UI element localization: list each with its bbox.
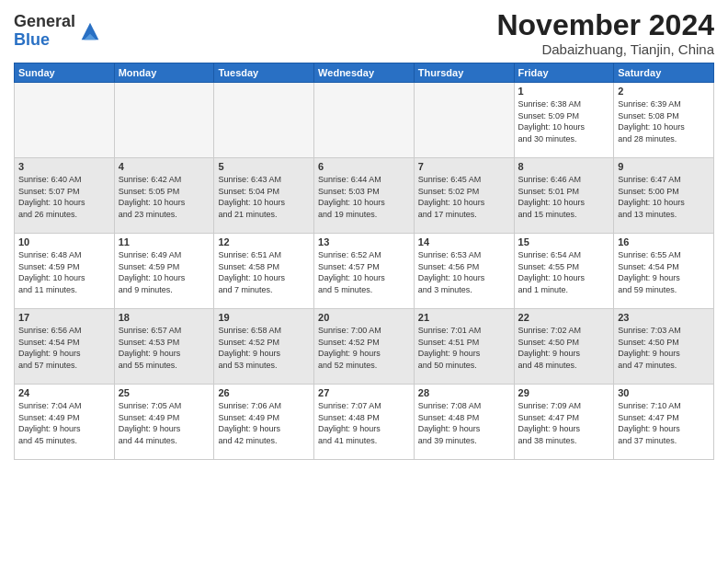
table-row: 14Sunrise: 6:53 AM Sunset: 4:56 PM Dayli…	[414, 234, 514, 309]
day-info: Sunrise: 7:03 AM Sunset: 4:50 PM Dayligh…	[618, 325, 710, 371]
col-friday: Friday	[514, 63, 614, 83]
table-row: 25Sunrise: 7:05 AM Sunset: 4:49 PM Dayli…	[114, 385, 214, 460]
day-info: Sunrise: 7:08 AM Sunset: 4:48 PM Dayligh…	[418, 400, 510, 446]
day-info: Sunrise: 6:44 AM Sunset: 5:03 PM Dayligh…	[318, 174, 410, 220]
day-info: Sunrise: 7:05 AM Sunset: 4:49 PM Dayligh…	[119, 400, 210, 446]
day-info: Sunrise: 6:49 AM Sunset: 4:59 PM Dayligh…	[119, 249, 210, 295]
day-number: 22	[518, 312, 610, 323]
table-row: 15Sunrise: 6:54 AM Sunset: 4:55 PM Dayli…	[514, 234, 614, 309]
table-row	[214, 83, 314, 158]
table-row: 16Sunrise: 6:55 AM Sunset: 4:54 PM Dayli…	[614, 234, 714, 309]
table-row: 2Sunrise: 6:39 AM Sunset: 5:08 PM Daylig…	[614, 83, 714, 158]
day-info: Sunrise: 6:48 AM Sunset: 4:59 PM Dayligh…	[18, 249, 110, 295]
logo: General Blue	[14, 13, 103, 50]
logo-icon	[77, 18, 103, 44]
col-tuesday: Tuesday	[214, 63, 314, 83]
day-number: 25	[119, 387, 210, 398]
calendar-week-row: 3Sunrise: 6:40 AM Sunset: 5:07 PM Daylig…	[15, 158, 714, 234]
day-info: Sunrise: 7:00 AM Sunset: 4:52 PM Dayligh…	[318, 325, 410, 371]
col-saturday: Saturday	[614, 63, 714, 83]
day-info: Sunrise: 7:10 AM Sunset: 4:47 PM Dayligh…	[618, 400, 710, 446]
day-number: 12	[218, 236, 310, 247]
day-info: Sunrise: 6:45 AM Sunset: 5:02 PM Dayligh…	[418, 174, 510, 220]
day-number: 14	[418, 236, 510, 247]
calendar-week-row: 1Sunrise: 6:38 AM Sunset: 5:09 PM Daylig…	[15, 83, 714, 158]
day-info: Sunrise: 6:43 AM Sunset: 5:04 PM Dayligh…	[218, 174, 310, 220]
table-row: 6Sunrise: 6:44 AM Sunset: 5:03 PM Daylig…	[314, 158, 415, 234]
calendar-week-row: 24Sunrise: 7:04 AM Sunset: 4:49 PM Dayli…	[15, 385, 714, 460]
table-row: 18Sunrise: 6:57 AM Sunset: 4:53 PM Dayli…	[114, 309, 214, 385]
day-info: Sunrise: 6:55 AM Sunset: 4:54 PM Dayligh…	[618, 249, 710, 295]
calendar-header-row: Sunday Monday Tuesday Wednesday Thursday…	[15, 63, 714, 83]
table-row	[114, 83, 214, 158]
table-row: 23Sunrise: 7:03 AM Sunset: 4:50 PM Dayli…	[614, 309, 714, 385]
table-row: 19Sunrise: 6:58 AM Sunset: 4:52 PM Dayli…	[214, 309, 314, 385]
location: Dabaizhuang, Tianjin, China	[496, 41, 714, 57]
day-number: 27	[318, 387, 410, 398]
table-row: 11Sunrise: 6:49 AM Sunset: 4:59 PM Dayli…	[114, 234, 214, 309]
day-info: Sunrise: 6:42 AM Sunset: 5:05 PM Dayligh…	[119, 174, 210, 220]
day-number: 16	[618, 236, 710, 247]
calendar-table: Sunday Monday Tuesday Wednesday Thursday…	[14, 63, 714, 460]
logo-blue-text: Blue	[14, 30, 50, 49]
table-row: 5Sunrise: 6:43 AM Sunset: 5:04 PM Daylig…	[214, 158, 314, 234]
day-number: 17	[18, 312, 110, 323]
day-info: Sunrise: 6:54 AM Sunset: 4:55 PM Dayligh…	[518, 249, 610, 295]
day-info: Sunrise: 6:39 AM Sunset: 5:08 PM Dayligh…	[618, 98, 710, 144]
day-number: 10	[18, 236, 110, 247]
day-number: 7	[418, 161, 510, 172]
day-number: 29	[518, 387, 610, 398]
page: General Blue November 2024 Dabaizhuang, …	[0, 0, 728, 563]
table-row: 24Sunrise: 7:04 AM Sunset: 4:49 PM Dayli…	[15, 385, 115, 460]
table-row	[314, 83, 415, 158]
table-row: 12Sunrise: 6:51 AM Sunset: 4:58 PM Dayli…	[214, 234, 314, 309]
day-number: 26	[218, 387, 310, 398]
day-number: 1	[518, 86, 610, 97]
day-info: Sunrise: 6:51 AM Sunset: 4:58 PM Dayligh…	[218, 249, 310, 295]
calendar-week-row: 17Sunrise: 6:56 AM Sunset: 4:54 PM Dayli…	[15, 309, 714, 385]
day-number: 23	[618, 312, 710, 323]
day-number: 3	[18, 161, 110, 172]
day-number: 20	[318, 312, 410, 323]
table-row	[414, 83, 514, 158]
table-row: 21Sunrise: 7:01 AM Sunset: 4:51 PM Dayli…	[414, 309, 514, 385]
table-row: 29Sunrise: 7:09 AM Sunset: 4:47 PM Dayli…	[514, 385, 614, 460]
day-number: 24	[18, 387, 110, 398]
col-sunday: Sunday	[15, 63, 115, 83]
day-number: 8	[518, 161, 610, 172]
day-info: Sunrise: 7:07 AM Sunset: 4:48 PM Dayligh…	[318, 400, 410, 446]
table-row: 13Sunrise: 6:52 AM Sunset: 4:57 PM Dayli…	[314, 234, 415, 309]
day-info: Sunrise: 6:40 AM Sunset: 5:07 PM Dayligh…	[18, 174, 110, 220]
day-number: 21	[418, 312, 510, 323]
header: General Blue November 2024 Dabaizhuang, …	[14, 9, 714, 57]
day-number: 13	[318, 236, 410, 247]
logo-general-text: General	[14, 12, 75, 30]
table-row: 9Sunrise: 6:47 AM Sunset: 5:00 PM Daylig…	[614, 158, 714, 234]
table-row: 22Sunrise: 7:02 AM Sunset: 4:50 PM Dayli…	[514, 309, 614, 385]
day-number: 5	[218, 161, 310, 172]
title-block: November 2024 Dabaizhuang, Tianjin, Chin…	[496, 9, 714, 57]
day-number: 28	[418, 387, 510, 398]
day-info: Sunrise: 7:06 AM Sunset: 4:49 PM Dayligh…	[218, 400, 310, 446]
day-number: 11	[119, 236, 210, 247]
day-info: Sunrise: 6:46 AM Sunset: 5:01 PM Dayligh…	[518, 174, 610, 220]
day-info: Sunrise: 6:47 AM Sunset: 5:00 PM Dayligh…	[618, 174, 710, 220]
col-wednesday: Wednesday	[314, 63, 415, 83]
day-number: 6	[318, 161, 410, 172]
table-row: 17Sunrise: 6:56 AM Sunset: 4:54 PM Dayli…	[15, 309, 115, 385]
table-row: 30Sunrise: 7:10 AM Sunset: 4:47 PM Dayli…	[614, 385, 714, 460]
day-info: Sunrise: 6:57 AM Sunset: 4:53 PM Dayligh…	[119, 325, 210, 371]
day-number: 30	[618, 387, 710, 398]
table-row: 26Sunrise: 7:06 AM Sunset: 4:49 PM Dayli…	[214, 385, 314, 460]
day-info: Sunrise: 7:04 AM Sunset: 4:49 PM Dayligh…	[18, 400, 110, 446]
day-info: Sunrise: 7:02 AM Sunset: 4:50 PM Dayligh…	[518, 325, 610, 371]
day-info: Sunrise: 6:58 AM Sunset: 4:52 PM Dayligh…	[218, 325, 310, 371]
day-info: Sunrise: 7:01 AM Sunset: 4:51 PM Dayligh…	[418, 325, 510, 371]
day-info: Sunrise: 6:53 AM Sunset: 4:56 PM Dayligh…	[418, 249, 510, 295]
table-row: 1Sunrise: 6:38 AM Sunset: 5:09 PM Daylig…	[514, 83, 614, 158]
table-row: 8Sunrise: 6:46 AM Sunset: 5:01 PM Daylig…	[514, 158, 614, 234]
month-title: November 2024	[496, 9, 714, 41]
day-info: Sunrise: 6:56 AM Sunset: 4:54 PM Dayligh…	[18, 325, 110, 371]
table-row: 7Sunrise: 6:45 AM Sunset: 5:02 PM Daylig…	[414, 158, 514, 234]
day-number: 19	[218, 312, 310, 323]
